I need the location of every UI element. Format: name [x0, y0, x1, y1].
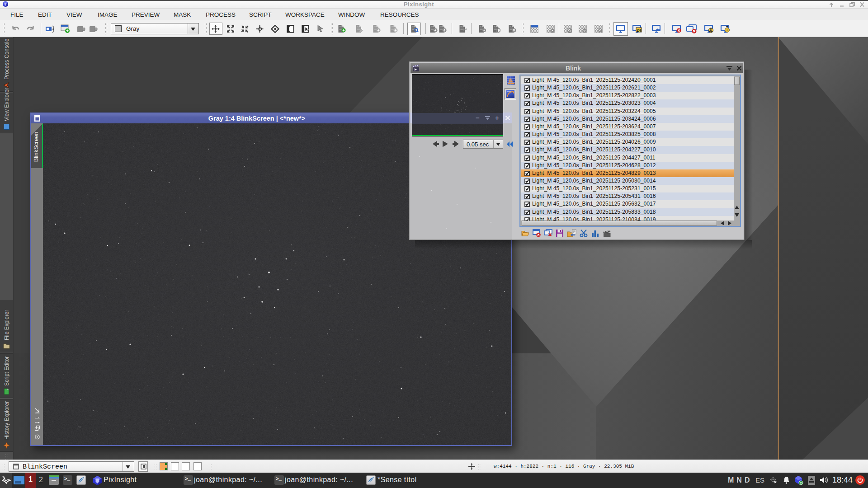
- svg-text:24: 24: [637, 28, 641, 33]
